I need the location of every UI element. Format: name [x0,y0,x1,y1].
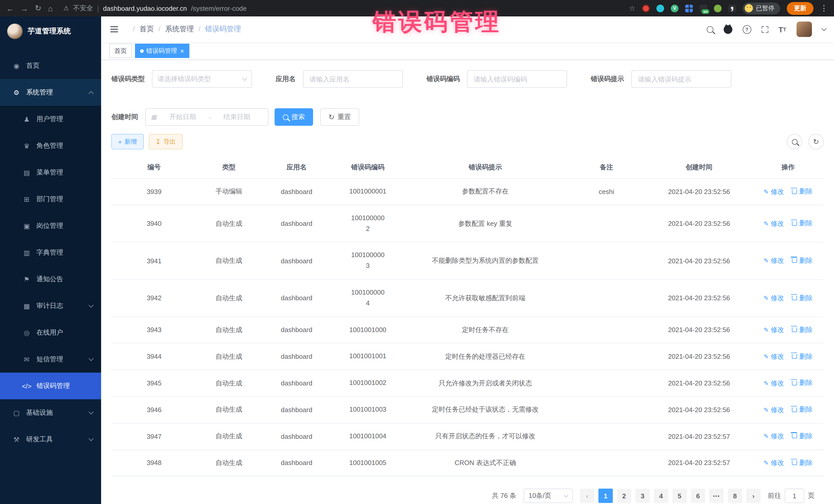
font-size-icon[interactable]: TT [778,25,786,34]
edit-link[interactable]: ✎修改 [764,256,784,266]
table-row: 3944 自动生成 dashboard 1001001001 定时任务的处理器已… [111,343,824,370]
profile-paused-chip[interactable]: 已暂停 [743,2,780,14]
sidebar-item[interactable]: </> 错误码管理 [0,373,101,399]
sidebar-item[interactable]: ▢ 基础设施 [0,399,101,426]
sidebar-item[interactable]: ⚒ 研发工具 [0,426,101,453]
error-type-select[interactable]: 请选择错误码类型 [152,70,252,88]
edit-icon: ✎ [764,380,769,387]
edit-link[interactable]: ✎修改 [764,219,784,228]
leaf-extension-icon[interactable] [714,4,722,12]
refresh-table-button[interactable]: ↻ [808,134,824,149]
delete-link[interactable]: 删除 [792,256,813,265]
browser-update-button[interactable]: 更新 [787,2,813,15]
cell-id: 3947 [111,423,197,450]
pin-extension-icon[interactable] [728,4,736,12]
delete-link[interactable]: 删除 [792,432,813,441]
cell-code: 1001001005 [332,450,404,476]
sidebar-item[interactable]: ◉ 首页 [0,52,101,79]
page-number-button[interactable]: 5 [672,489,687,503]
browser-menu-icon[interactable]: ⋮ [820,4,828,13]
error-code-input[interactable] [467,70,567,88]
sidebar-toggle-icon[interactable] [109,24,119,35]
delete-link[interactable]: 删除 [792,352,813,361]
sidebar-item[interactable]: ▣ 岗位管理 [0,213,101,239]
record-extension-icon[interactable] [642,4,650,12]
sidebar-item[interactable]: ⚑ 通知公告 [0,266,101,292]
delete-link[interactable]: 删除 [792,187,813,196]
grid-extension-icon[interactable] [685,4,693,12]
sidebar-item[interactable]: ♛ 角色管理 [0,132,101,159]
edit-link[interactable]: ✎修改 [764,458,784,467]
user-avatar[interactable] [796,22,812,37]
breadcrumb-item[interactable]: 系统管理 [154,25,194,34]
edit-icon: ✎ [764,459,769,466]
app-logo [7,24,23,39]
date-range-picker[interactable]: ▦ 开始日期 - 结束日期 [145,108,268,126]
cell-actions: ✎修改 删除 [752,423,824,450]
goto-page-input[interactable] [785,489,804,503]
fullscreen-icon[interactable] [761,26,768,32]
trash-icon [792,295,797,300]
search-button[interactable]: 搜索 [275,108,313,126]
delete-link[interactable]: 删除 [792,293,813,303]
delete-link[interactable]: 删除 [792,378,813,388]
search-icon[interactable] [706,26,713,32]
url-path: /system/error-code [191,4,247,12]
sidebar-item[interactable]: ▥ 字典管理 [0,239,101,266]
sidebar-item[interactable]: ⊞ 部门管理 [0,186,101,213]
github-icon[interactable] [723,25,732,34]
sidebar-item-label: 审计日志 [37,301,63,310]
download-icon: ↧ [155,138,161,145]
vue-devtools-icon[interactable]: V [671,4,679,12]
add-button[interactable]: + 新增 [111,134,144,149]
show-search-button[interactable] [787,134,802,149]
page-number-button[interactable]: 3 [635,489,650,503]
delete-link[interactable]: 删除 [792,219,813,228]
page-number-button[interactable]: 1 [598,489,613,503]
address-bar[interactable]: ⚠ 不安全 | dashboard.yudao.iocoder.cn/syste… [63,4,247,13]
page-number-button[interactable]: 8 [728,489,742,503]
tab[interactable]: 错误码管理 × [135,44,189,58]
forward-icon[interactable]: → [21,4,28,13]
delete-link[interactable]: 删除 [792,458,813,467]
infra-icon: ▢ [11,409,22,416]
delete-link[interactable]: 删除 [792,325,813,334]
page-number-button[interactable]: 2 [617,489,631,503]
sidebar-item[interactable]: ✉ 短信管理 [0,346,101,373]
back-icon[interactable]: ← [6,4,14,13]
delete-link[interactable]: 删除 [792,405,813,414]
page-number-button[interactable]: 6 [691,489,705,503]
page-number-button[interactable]: ••• [709,489,724,503]
app-name-input[interactable] [303,70,403,88]
sidebar-item[interactable]: ▤ 菜单管理 [0,159,101,186]
sidebar-item[interactable]: ⚙ 系统管理 [0,79,101,106]
bookmark-star-icon[interactable]: ☆ [629,4,635,12]
page-size-select[interactable]: 10条/页 [524,489,573,503]
edit-link[interactable]: ✎修改 [764,432,784,441]
edit-link[interactable]: ✎修改 [764,325,784,335]
switch-extension-icon[interactable]: on [700,4,707,12]
export-button[interactable]: ↧ 导出 [149,134,182,149]
tab-close-icon[interactable]: × [180,47,184,54]
teal-extension-icon[interactable] [656,4,664,12]
edit-link[interactable]: ✎修改 [764,379,784,388]
sidebar-item[interactable]: ♟ 用户管理 [0,106,101,132]
tab[interactable]: 首页 [109,44,132,58]
help-icon[interactable] [742,25,751,34]
edit-link[interactable]: ✎修改 [764,187,784,196]
sidebar-item[interactable]: ◎ 在线用户 [0,319,101,346]
edit-link[interactable]: ✎修改 [764,352,784,361]
reload-icon[interactable]: ↻ [35,4,41,13]
page-number-button[interactable]: 4 [654,489,668,503]
next-page-button[interactable]: › [746,489,761,503]
user-menu-caret-icon[interactable] [821,26,827,31]
edit-link[interactable]: ✎修改 [764,405,784,414]
sidebar-item[interactable]: ▦ 审计日志 [0,292,101,319]
error-msg-input[interactable] [631,70,731,88]
breadcrumb-item[interactable]: 首页 [128,25,154,34]
home-icon[interactable]: ⌂ [48,4,52,13]
reset-button[interactable]: ↻ 重置 [320,108,359,126]
edit-link[interactable]: ✎修改 [764,293,784,303]
prev-page-button[interactable]: ‹ [580,489,594,503]
breadcrumb-item[interactable]: 错误码管理 [194,25,241,34]
